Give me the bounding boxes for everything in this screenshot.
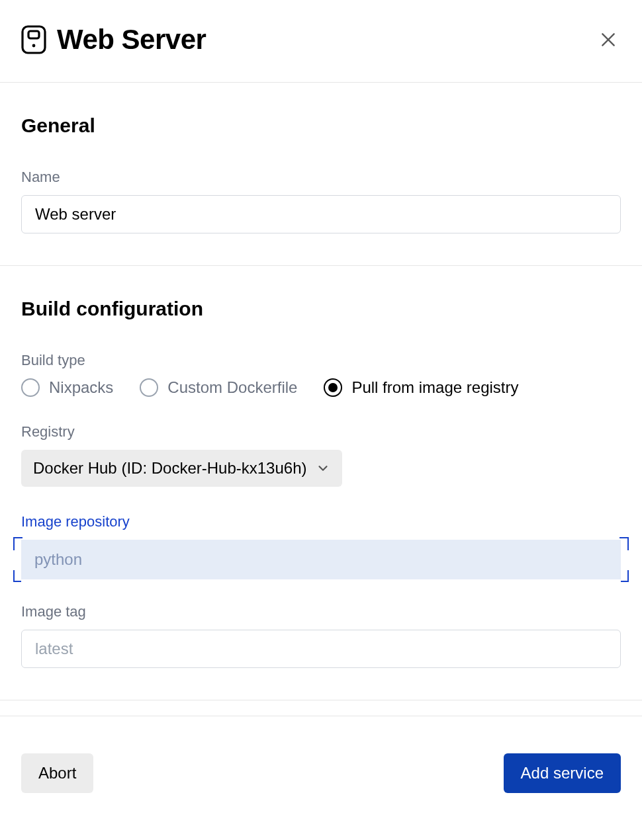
registry-selected-value: Docker Hub (ID: Docker-Hub-kx13u6h) [33, 459, 306, 478]
name-input[interactable] [21, 195, 621, 233]
footer-divider [0, 700, 642, 716]
field-image-repository: Image repository [21, 513, 621, 579]
header-left: Web Server [21, 24, 206, 56]
image-repository-input[interactable] [21, 540, 621, 579]
abort-button[interactable]: Abort [21, 753, 93, 793]
image-tag-label: Image tag [21, 603, 621, 620]
registry-label: Registry [21, 423, 621, 441]
radio-label: Pull from image registry [351, 378, 518, 397]
section-general: General Name [0, 83, 642, 266]
image-tag-input[interactable] [21, 630, 621, 668]
svg-point-2 [32, 44, 36, 48]
radio-icon [324, 378, 342, 397]
section-title-general: General [21, 114, 621, 137]
field-image-tag: Image tag [21, 603, 621, 668]
radio-custom-dockerfile[interactable]: Custom Dockerfile [140, 378, 297, 397]
radio-label: Nixpacks [49, 378, 113, 397]
registry-select[interactable]: Docker Hub (ID: Docker-Hub-kx13u6h) [21, 450, 342, 487]
close-icon [600, 31, 617, 48]
radio-pull-registry[interactable]: Pull from image registry [324, 378, 518, 397]
field-name: Name [21, 169, 621, 233]
section-build-config: Build configuration Build type Nixpacks … [0, 266, 642, 700]
focus-frame [16, 540, 626, 579]
name-label: Name [21, 169, 621, 186]
image-repository-label: Image repository [21, 513, 621, 530]
radio-label: Custom Dockerfile [167, 378, 297, 397]
svg-rect-1 [28, 31, 39, 38]
page-title: Web Server [57, 24, 206, 56]
dialog-footer: Abort Add service [0, 716, 642, 793]
radio-icon [21, 378, 40, 397]
add-service-button[interactable]: Add service [504, 753, 621, 793]
section-title-build: Build configuration [21, 298, 621, 320]
chevron-down-icon [316, 461, 330, 476]
build-type-label: Build type [21, 352, 621, 369]
build-type-radio-group: Nixpacks Custom Dockerfile Pull from ima… [21, 378, 621, 397]
radio-icon [140, 378, 158, 397]
radio-nixpacks[interactable]: Nixpacks [21, 378, 113, 397]
dialog-header: Web Server [0, 0, 642, 83]
close-button[interactable] [596, 27, 621, 52]
server-icon [21, 25, 46, 54]
